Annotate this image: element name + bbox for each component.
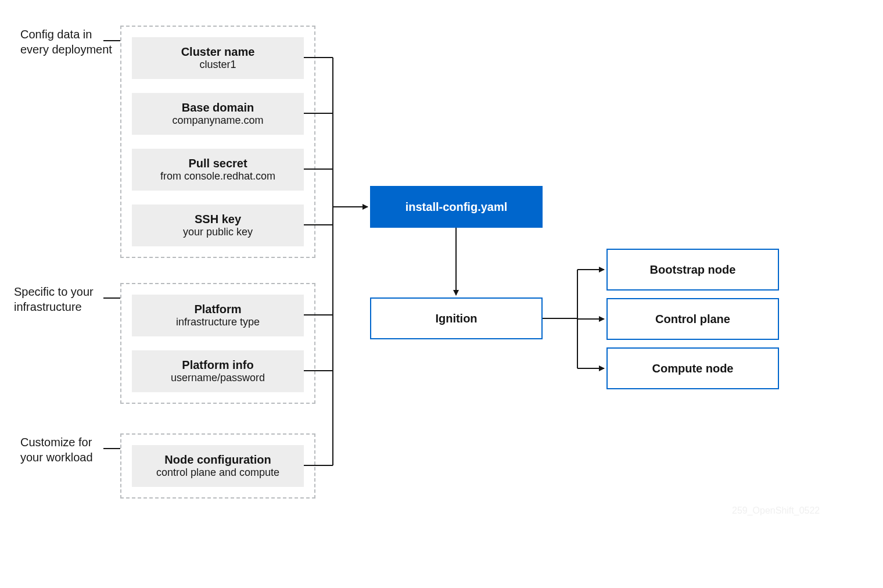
group1-label: Config data in every deployment bbox=[20, 27, 112, 57]
config-title: Platform info bbox=[182, 358, 253, 372]
watermark: 259_OpenShift_0522 bbox=[732, 505, 820, 516]
config-box: Base domain companyname.com bbox=[132, 93, 304, 135]
group2-label: Specific to your infrastructure bbox=[14, 284, 94, 314]
config-box: Node configuration control plane and com… bbox=[132, 445, 304, 487]
config-sub: username/password bbox=[171, 372, 265, 384]
config-sub: your public key bbox=[183, 226, 253, 238]
config-title: Pull secret bbox=[188, 157, 247, 170]
config-sub: infrastructure type bbox=[176, 316, 260, 328]
config-box: SSH key your public key bbox=[132, 205, 304, 246]
config-title: Cluster name bbox=[181, 45, 255, 59]
config-sub: control plane and compute bbox=[156, 467, 279, 479]
config-sub: cluster1 bbox=[199, 59, 236, 71]
config-group-1: Cluster name cluster1 Base domain compan… bbox=[120, 26, 315, 258]
config-group-3: Node configuration control plane and com… bbox=[120, 433, 315, 499]
control-plane-box: Control plane bbox=[606, 298, 779, 340]
config-title: Node configuration bbox=[164, 453, 271, 467]
config-box: Platform infrastructure type bbox=[132, 295, 304, 336]
bootstrap-node-box: Bootstrap node bbox=[606, 249, 779, 291]
config-group-2: Platform infrastructure type Platform in… bbox=[120, 283, 315, 404]
config-box: Pull secret from console.redhat.com bbox=[132, 149, 304, 191]
config-title: Platform bbox=[194, 303, 241, 316]
config-title: SSH key bbox=[195, 213, 241, 226]
install-config-box: install-config.yaml bbox=[370, 186, 543, 228]
config-box: Cluster name cluster1 bbox=[132, 37, 304, 79]
config-box: Platform info username/password bbox=[132, 350, 304, 392]
config-sub: companyname.com bbox=[172, 114, 263, 127]
ignition-box: Ignition bbox=[370, 297, 543, 339]
config-title: Base domain bbox=[182, 101, 254, 114]
group3-label: Customize for your workload bbox=[20, 435, 93, 465]
config-sub: from console.redhat.com bbox=[160, 170, 275, 182]
compute-node-box: Compute node bbox=[606, 347, 779, 389]
